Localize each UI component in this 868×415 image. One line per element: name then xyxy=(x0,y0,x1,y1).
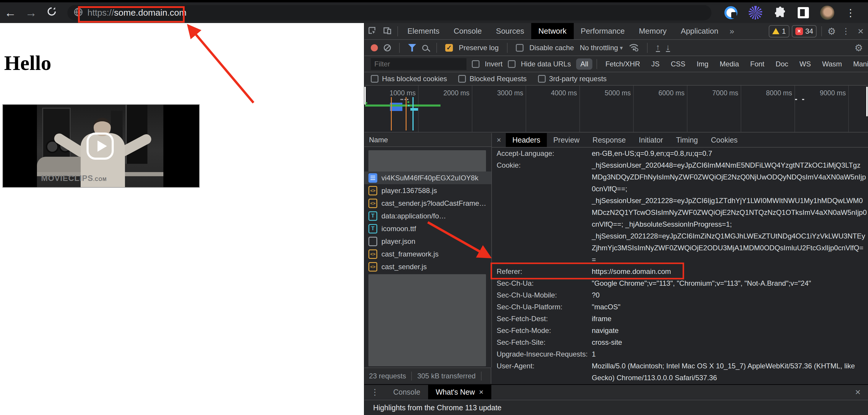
filter-chip-font[interactable]: Font xyxy=(746,59,769,70)
request-row[interactable]: <>cast_sender.js?loadCastFrame… xyxy=(364,197,491,210)
detail-tab-response[interactable]: Response xyxy=(586,133,632,147)
drawer-close-icon[interactable]: × xyxy=(850,387,868,397)
error-icon: × xyxy=(795,28,803,35)
request-row[interactable]: <>cast_framework.js xyxy=(364,248,491,260)
disable-cache-checkbox[interactable] xyxy=(516,44,524,51)
extensions-puzzle-icon[interactable] xyxy=(773,6,786,19)
reload-icon[interactable] xyxy=(41,6,62,20)
throttling-dropdown[interactable]: No throttling ▾ xyxy=(580,44,622,52)
forward-icon[interactable]: → xyxy=(21,6,41,20)
hide-data-urls-checkbox[interactable] xyxy=(508,60,516,68)
import-har-icon[interactable]: ↑ xyxy=(656,43,660,52)
header-key: User-Agent: xyxy=(492,360,592,384)
request-row[interactable]: <>cast_sender.js xyxy=(364,260,491,273)
search-icon[interactable] xyxy=(422,45,428,51)
export-har-icon[interactable]: ↓ xyxy=(666,43,670,52)
filter-chip-wasm[interactable]: Wasm xyxy=(818,59,846,70)
drawer-menu-icon[interactable]: ⋮ xyxy=(364,387,385,397)
url-text[interactable]: https://some.domain.com xyxy=(88,8,186,18)
drawer-tab-whatsnew[interactable]: What's New× xyxy=(428,385,491,400)
tab-console[interactable]: Console xyxy=(446,23,489,39)
request-name: player.json xyxy=(381,237,415,246)
password-manager-extension-icon[interactable] xyxy=(724,6,737,19)
devtools-close-icon[interactable]: × xyxy=(853,25,868,37)
address-bar[interactable]: https://some.domain.com xyxy=(67,5,711,21)
has-blocked-cookies-checkbox[interactable] xyxy=(371,75,378,83)
header-key: Sec-Fetch-Dest: xyxy=(492,313,592,325)
network-overview-timeline[interactable]: 1000 ms2000 ms3000 ms4000 ms5000 ms6000 … xyxy=(364,85,868,133)
filter-icon[interactable] xyxy=(408,44,416,51)
clear-network-log-icon[interactable] xyxy=(384,44,391,51)
timeline-gridline xyxy=(579,85,580,133)
font-file-icon: T xyxy=(368,211,377,221)
back-icon[interactable]: ← xyxy=(0,6,21,20)
close-detail-icon[interactable]: × xyxy=(492,136,506,145)
filter-input[interactable] xyxy=(371,58,466,70)
profile-avatar[interactable] xyxy=(820,6,834,20)
loom-extension-icon[interactable] xyxy=(749,6,762,20)
devtools-menu-icon[interactable]: ⋮ xyxy=(839,26,853,36)
js-file-icon: <> xyxy=(368,262,377,272)
request-row[interactable]: player.json xyxy=(364,235,491,248)
filter-chip-img[interactable]: Img xyxy=(692,59,713,70)
detail-tab-cookies[interactable]: Cookies xyxy=(704,133,744,147)
invert-checkbox[interactable] xyxy=(472,60,479,68)
drawer-tab-console[interactable]: Console xyxy=(385,385,428,400)
filter-chip-all[interactable]: All xyxy=(576,59,592,70)
network-settings-icon[interactable]: ⚙ xyxy=(855,42,863,54)
resource-type-chips: AllFetch/XHRJSCSSImgMediaFontDocWSWasmMa… xyxy=(576,59,868,70)
whats-new-headline[interactable]: Highlights from the Chrome 113 update xyxy=(373,404,502,412)
browser-menu-icon[interactable]: ⋮ xyxy=(845,7,856,19)
close-whats-new-icon[interactable]: × xyxy=(479,387,483,397)
divider xyxy=(596,59,597,69)
timeline-gridline xyxy=(472,85,472,133)
detail-tab-timing[interactable]: Timing xyxy=(670,133,704,147)
tab-sources[interactable]: Sources xyxy=(489,23,531,39)
filter-chip-js[interactable]: JS xyxy=(647,59,664,70)
tab-application[interactable]: Application xyxy=(674,23,725,39)
request-row[interactable]: <>player.1367588.js xyxy=(364,184,491,197)
preserve-log-checkbox[interactable]: ✓ xyxy=(445,44,453,51)
more-tabs-icon[interactable]: » xyxy=(725,27,739,36)
request-row[interactable]: Ticomoon.ttf xyxy=(364,222,491,235)
header-value: "Google Chrome";v="113", "Chromium";v="1… xyxy=(592,277,868,289)
scrollbar-handle[interactable] xyxy=(866,87,868,116)
request-row[interactable]: Tdata:application/fo… xyxy=(364,210,491,222)
header-value: ?0 xyxy=(592,289,868,301)
tab-elements[interactable]: Elements xyxy=(400,23,446,39)
timeline-tick-label: 2000 ms xyxy=(422,89,469,97)
detail-tab-preview[interactable]: Preview xyxy=(547,133,586,147)
device-toolbar-icon[interactable] xyxy=(380,26,395,37)
video-player[interactable]: MOVIECLIPS.COM xyxy=(2,104,200,188)
record-network-log-icon[interactable] xyxy=(371,44,378,51)
filter-chip-fetchxhr[interactable]: Fetch/XHR xyxy=(601,59,644,70)
devtools-settings-icon[interactable]: ⚙ xyxy=(824,26,839,37)
network-conditions-icon[interactable] xyxy=(629,42,639,53)
filter-chip-manifest[interactable]: Manifest xyxy=(849,59,868,70)
detail-tab-initiator[interactable]: Initiator xyxy=(632,133,670,147)
scrollbar-handle[interactable] xyxy=(364,87,366,104)
tab-memory[interactable]: Memory xyxy=(632,23,674,39)
js-file-icon: <> xyxy=(368,199,377,208)
filter-chip-doc[interactable]: Doc xyxy=(771,59,793,70)
tab-performance[interactable]: Performance xyxy=(574,23,632,39)
filter-chip-media[interactable]: Media xyxy=(716,59,743,70)
globe-icon xyxy=(73,7,83,18)
timeline-gridline xyxy=(526,85,526,133)
filter-chip-css[interactable]: CSS xyxy=(667,59,689,70)
inspect-element-icon[interactable] xyxy=(364,26,380,37)
warnings-badge[interactable]: 1 xyxy=(769,25,789,37)
-rd-party-requests-checkbox[interactable] xyxy=(538,75,546,83)
network-filter-bar-2: Has blocked cookiesBlocked Requests3rd-p… xyxy=(364,72,868,85)
side-panel-icon[interactable] xyxy=(798,7,809,18)
filter-chip-ws[interactable]: WS xyxy=(795,59,815,70)
blocked-requests-checkbox[interactable] xyxy=(458,75,466,83)
tab-network[interactable]: Network xyxy=(531,23,574,39)
request-list-header[interactable]: Name xyxy=(364,133,491,147)
detail-tab-headers[interactable]: Headers xyxy=(506,133,547,147)
errors-badge[interactable]: × 34 xyxy=(792,25,817,37)
request-row[interactable]: vi4KSuM46fF40pEGX2uIOY8k xyxy=(364,172,491,184)
timeline-tick-label: 1000 ms xyxy=(368,89,416,97)
play-button[interactable] xyxy=(87,133,114,160)
hide-data-urls-label: Hide data URLs xyxy=(521,60,571,68)
